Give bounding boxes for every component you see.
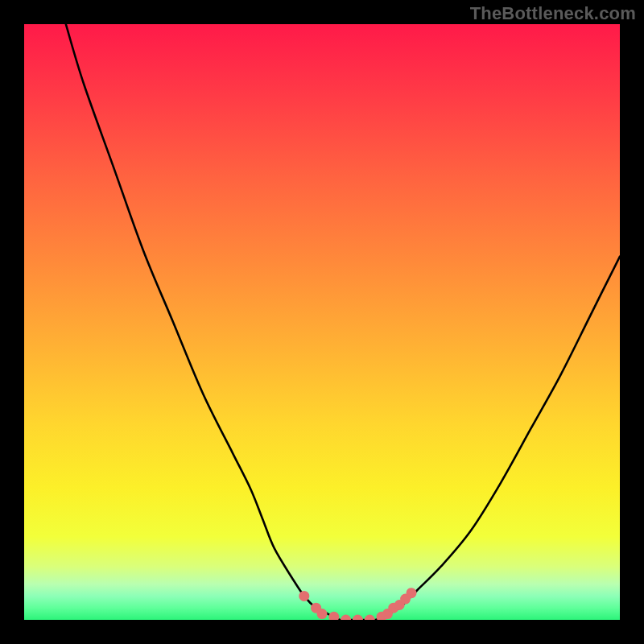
marker-point — [341, 615, 351, 621]
marker-point — [365, 615, 375, 621]
bottleneck-curve-svg — [24, 24, 620, 620]
marker-point — [299, 591, 309, 601]
marker-point — [353, 615, 363, 621]
plot-area — [24, 24, 620, 620]
highlight-markers — [299, 588, 416, 620]
watermark-label: TheBottleneck.com — [470, 3, 636, 24]
marker-point — [407, 588, 417, 598]
bottleneck-curve-path — [66, 24, 620, 620]
marker-point — [317, 609, 328, 619]
marker-point — [328, 612, 339, 620]
chart-frame: TheBottleneck.com — [0, 0, 644, 644]
